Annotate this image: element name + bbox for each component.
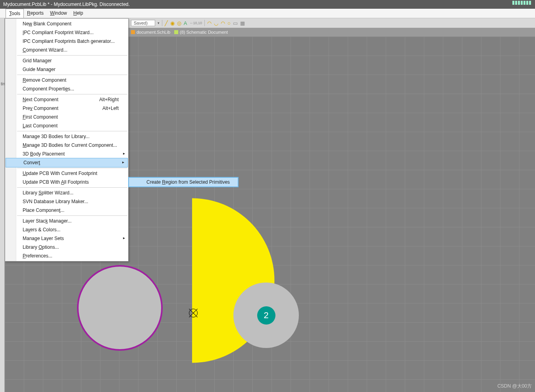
menu-separator: [17, 215, 127, 216]
via-tool-icon[interactable]: ◎: [177, 20, 181, 26]
menu-separator: [17, 94, 127, 94]
menu-prev-component[interactable]: Prev ComponentAlt+LeftPrev Component: [5, 104, 128, 113]
toolbar-saved-dropdown[interactable]: Saved): [131, 20, 155, 26]
menu-separator: [17, 75, 127, 75]
rect-tool-icon[interactable]: ▭: [233, 20, 238, 26]
menu-layer-stack-manager[interactable]: Layer Stack Manager...Layer Stack Manage…: [5, 217, 128, 225]
watermark-text: CSDN @大00方: [497, 383, 532, 390]
pad-2-designator: 2: [257, 306, 275, 325]
tab-schematic[interactable]: (8) Schematic Document: [174, 30, 228, 35]
dropdown-arrow-icon[interactable]: ▾: [158, 21, 160, 25]
menu-separator: [17, 187, 127, 188]
document-icon: [131, 30, 135, 34]
menu-component-properties[interactable]: Component Properties...Component Propert…: [5, 85, 128, 93]
menu-guide-manager[interactable]: Guide Manager: [5, 65, 128, 74]
circle-tool-icon[interactable]: ○: [227, 20, 231, 26]
menu-3d-body-placement[interactable]: 3D Body Placement3D Body Placement: [5, 150, 128, 158]
line-tool-icon[interactable]: ╱: [165, 20, 168, 26]
menu-update-pcb-all[interactable]: Update PCB With All FootprintsUpdate PCB…: [5, 178, 128, 186]
arc-tool-2-icon[interactable]: ◡: [214, 20, 218, 26]
toolbar-separator: [204, 20, 205, 26]
menu-ipc-batch-generator[interactable]: IPC Compliant Footprints Batch generator…: [5, 37, 128, 46]
menu-tools[interactable]: TToolsools: [6, 9, 24, 18]
menu-create-region-from-selected[interactable]: Create Region from Selected PrimitivesCr…: [129, 177, 238, 187]
menu-reports[interactable]: ReportsReports: [24, 9, 47, 18]
panel-collapsed-label: tin: [0, 82, 5, 86]
menu-separator: [17, 55, 127, 56]
origin-marker-icon: [187, 307, 199, 319]
menu-new-blank-component[interactable]: New Blank ComponentNew Blank Component: [5, 19, 128, 28]
menu-svn-library-maker[interactable]: SVN Database Library Maker...: [5, 197, 128, 206]
convert-submenu: Create Region from Selected PrimitivesCr…: [128, 177, 239, 187]
menu-component-wizard[interactable]: Component Wizard...Component Wizard...: [5, 46, 128, 54]
menu-grid-manager[interactable]: Grid Manager: [5, 56, 128, 65]
document-icon: [174, 30, 178, 34]
menu-convert[interactable]: ConvertConvert: [6, 158, 128, 167]
menu-remove-component[interactable]: Remove ComponentRemove Component: [5, 76, 128, 85]
menu-separator: [17, 131, 127, 131]
menu-first-component[interactable]: First ComponentFirst Component: [5, 113, 128, 121]
menu-library-splitter[interactable]: Library Splitter Wizard...Library Splitt…: [5, 188, 128, 197]
title-audio-meter-icon: [512, 1, 531, 5]
pad-tool-icon[interactable]: ◉: [170, 20, 175, 26]
toolbar-separator: [162, 20, 162, 26]
menu-help[interactable]: HelpHelp: [70, 9, 87, 18]
tab-schlib[interactable]: document.SchLib: [131, 30, 170, 35]
tools-dropdown-menu: New Blank ComponentNew Blank Component I…: [5, 18, 129, 261]
menu-window[interactable]: WindowWindow: [47, 9, 70, 18]
menu-layers-colors[interactable]: Layers & Colors...Layers & Colors...: [5, 225, 128, 234]
string-tool-icon[interactable]: A: [184, 20, 187, 26]
menu-separator: [17, 168, 127, 168]
pad-1-outline[interactable]: [77, 265, 163, 351]
window-title-bar: Mydocument.PcbLib * - Mydocument.LibPkg.…: [0, 0, 535, 9]
menu-bar: TToolsools ReportsReports WindowWindow H…: [0, 9, 535, 18]
menu-library-options[interactable]: Library Options...Library Options...: [5, 243, 128, 252]
menu-manage-layer-sets[interactable]: Manage Layer Sets: [5, 234, 128, 243]
panel-collapsed-left[interactable]: tin: [0, 18, 5, 392]
window-title: Mydocument.PcbLib * - Mydocument.LibPkg.…: [3, 2, 130, 7]
pad-2[interactable]: 2: [233, 282, 299, 348]
menu-ipc-footprint-wizard[interactable]: IPC Compliant Footprint Wizard...IPC Com…: [5, 28, 128, 37]
arc-tool-1-icon[interactable]: ◠: [207, 20, 212, 26]
menu-last-component[interactable]: Last ComponentLast Component: [5, 121, 128, 130]
polygon-region-shape[interactable]: [191, 116, 355, 392]
menu-update-pcb-current[interactable]: Update PCB With Current FootprintUpdate …: [5, 169, 128, 178]
dimension-tool-icon[interactable]: ↔10,10: [190, 21, 202, 25]
menu-preferences[interactable]: Preferences...Preferences...: [5, 252, 128, 260]
menu-manage-3d-component[interactable]: Manage 3D Bodies for Current Component..…: [5, 141, 128, 150]
menu-manage-3d-library[interactable]: Manage 3D Bodies for Library...: [5, 132, 128, 141]
menu-place-component[interactable]: Place Component...Place Component...: [5, 206, 128, 215]
menu-next-component[interactable]: Next ComponentAlt+RightNext Component: [5, 95, 128, 104]
arc-tool-3-icon[interactable]: ◠: [221, 20, 225, 26]
array-tool-icon[interactable]: ▦: [240, 20, 245, 26]
